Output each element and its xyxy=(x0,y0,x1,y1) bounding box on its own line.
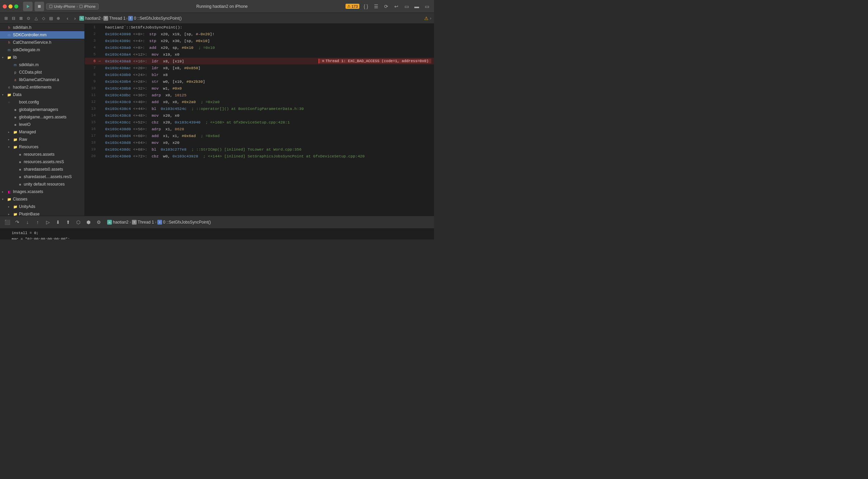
breadcrumb-chevron[interactable]: › xyxy=(430,16,431,21)
code-line-9: 9 0x103c438b4 <+28>: str w0, [x19, #0x2b… xyxy=(85,78,434,85)
triangle-lib xyxy=(2,56,5,59)
main-content: h sdkMain.h m SDKController.mm h CatChan… xyxy=(0,24,434,216)
file-icon-rassets: ■ xyxy=(18,152,22,157)
code-line-5: 5 0x103c438a4 <+12>: mov x19, x0 xyxy=(85,51,434,58)
camera-icon[interactable]: ⬢ xyxy=(84,218,93,227)
sidebar-item-Images[interactable]: ◧ Images.xcassets xyxy=(0,188,84,195)
code-line-17: 17 0x103c438d4 <+60>: add x1, x1, #0x6ad… xyxy=(85,132,434,139)
sidebar-item-Data[interactable]: 📁 Data xyxy=(0,91,84,98)
sidebar-item-CCData[interactable]: p CCData.plist xyxy=(0,69,84,76)
sidebar-item-sdkDelegate[interactable]: m sdkDelegate.m xyxy=(0,46,84,54)
code-line-7: 7 0x103c438ac <+20>: ldr x8, [x8, #0x850… xyxy=(85,64,434,71)
thread-icon: T xyxy=(103,16,108,21)
sidebar-item-globalgmassets[interactable]: ■ globalgame...agers.assets xyxy=(0,113,84,121)
run-button[interactable] xyxy=(23,2,33,11)
sidebar-item-globalgm[interactable]: ■ globalgamemanagers xyxy=(0,106,84,113)
sidebar-item-PluginBase[interactable]: 📁 PluginBase xyxy=(0,210,84,216)
sidebar-item-rassets[interactable]: ■ resources.assets xyxy=(0,151,84,158)
code-line-18: 18 0x103c438d8 <+64>: mov x0, x20 xyxy=(85,139,434,146)
sidebar-label: Classes xyxy=(13,197,27,202)
frame-up-icon[interactable]: ⬆ xyxy=(64,218,73,227)
debug-toolbar: ⬛ ↷ ↓ ↑ ▷ ⬇ ⬆ ⬡ ⬢ ⚙ h haotian2 › T Threa… xyxy=(0,216,434,229)
bc-sep-2: › xyxy=(126,16,127,21)
test-icon[interactable]: ◇ xyxy=(40,15,47,22)
close-button[interactable] xyxy=(3,4,7,8)
file-icon-sharedresS: ■ xyxy=(18,174,22,179)
step-out-icon[interactable]: ↑ xyxy=(33,218,42,227)
sidebar-item-Resources[interactable]: 📁 Resources xyxy=(0,143,84,151)
bc-thread[interactable]: T Thread 1 xyxy=(103,16,125,21)
share-icon[interactable]: ⬡ xyxy=(74,218,83,227)
search-icon[interactable]: ⊙ xyxy=(25,15,32,22)
sidebar-item-Classes[interactable]: 📁 Classes xyxy=(0,195,84,203)
scheme-label: Unity-iPhone xyxy=(54,4,75,8)
scheme-selector[interactable]: Unity-iPhone › iPhone xyxy=(46,3,99,9)
stop-button[interactable] xyxy=(35,2,44,11)
sidebar-label: sdkMain.h xyxy=(13,25,32,30)
debugger-hide-icon[interactable]: ⬛ xyxy=(3,218,12,227)
instruments-icon[interactable]: ⊕ xyxy=(55,15,62,22)
sidebar-item-entitlements[interactable]: e haotian2.entitlements xyxy=(0,83,84,91)
issues-icon[interactable]: △ xyxy=(33,15,39,22)
debug-icon[interactable]: ▤ xyxy=(47,15,54,22)
sidebar-item-sdkMainH[interactable]: h sdkMain.h xyxy=(0,24,84,31)
sidebar-item-libGameCat[interactable]: a libGameCatChannel.a xyxy=(0,76,84,83)
sidebar-item-CatChannel[interactable]: h CatChannelService.h xyxy=(0,39,84,46)
sidebar-item-lib[interactable]: 📁 lib xyxy=(0,54,84,61)
sidebar-item-UnityAds[interactable]: 📁 UnityAds xyxy=(0,203,84,210)
sidebar-label: Images.xcassets xyxy=(13,189,43,194)
sidebar-item-bootconfig[interactable]: ○ boot.config xyxy=(0,98,84,106)
nav-back[interactable]: ‹ xyxy=(64,15,71,21)
git-icon[interactable]: ⊟ xyxy=(10,15,17,22)
bc-project[interactable]: h haotian2 xyxy=(79,16,101,21)
folder-icon[interactable]: ⊞ xyxy=(3,15,9,22)
error-icon: ≡ xyxy=(322,59,324,63)
second-toolbar: ⊞ ⊟ ⊠ ⊙ △ ◇ ▤ ⊕ ‹ › h haotian2 › T Threa… xyxy=(0,13,434,24)
sidebar-item-levelO[interactable]: ■ levelO xyxy=(0,121,84,128)
sidebar-item-Raw[interactable]: 📁 Raw xyxy=(0,136,84,143)
sidebar-item-Managed[interactable]: 📁 Managed xyxy=(0,128,84,136)
panel-toggle-2[interactable]: ▬ xyxy=(412,2,421,11)
continue-icon[interactable]: ▷ xyxy=(43,218,52,227)
bc-sep-1: › xyxy=(101,16,103,21)
warning-icon: ⚠ xyxy=(347,4,351,8)
bc-function[interactable]: f 0 ::SetGfxJobsSyncPoint() xyxy=(128,16,182,21)
code-structure-icon[interactable]: { } xyxy=(361,2,370,11)
maximize-button[interactable] xyxy=(14,4,18,8)
code-line-16: 16 0x103c438d0 <+56>: adrp x1, 8628 xyxy=(85,126,434,132)
sidebar-item-rassetsresS[interactable]: ■ resources.assets.resS xyxy=(0,158,84,166)
settings-icon[interactable]: ⚙ xyxy=(94,218,103,227)
debug-breadcrumb: h haotian2 › T Thread 1 › f 0 ::SetGfxJo… xyxy=(107,220,211,225)
sidebar-label: haotian2.entitlements xyxy=(13,85,52,90)
code-line-1: 1 haotian2`::SetGfxJobsSyncPoint(): xyxy=(85,24,434,31)
debug-func-icon: f xyxy=(157,220,162,225)
panel-toggle-3[interactable]: ▭ xyxy=(422,2,431,11)
file-icon-entitle: e xyxy=(7,85,12,90)
sidebar-item-sdkMain[interactable]: m sdkMain.m xyxy=(0,61,84,69)
nav-forward[interactable]: › xyxy=(72,15,78,21)
step-into-icon[interactable]: ↓ xyxy=(23,218,32,227)
back-icon[interactable]: ↩ xyxy=(392,2,401,11)
sidebar-item-unitydefault[interactable]: ■ unity default resources xyxy=(0,180,84,188)
code-line-14: 14 0x103c438c8 <+48>: mov x20, x0 xyxy=(85,112,434,119)
list-icon[interactable]: ☰ xyxy=(372,2,380,11)
sidebar-item-sharedassets0[interactable]: ■ sharedassets0.assets xyxy=(0,166,84,173)
refresh-icon[interactable]: ⟳ xyxy=(382,2,391,11)
minimize-button[interactable] xyxy=(8,4,13,8)
sidebar-item-sharedassetresS[interactable]: ■ sharedasset....assets.resS xyxy=(0,173,84,180)
breakpoints-icon[interactable]: ⊠ xyxy=(18,15,24,22)
code-lines[interactable]: 1 haotian2`::SetGfxJobsSyncPoint(): 2 0x… xyxy=(85,24,434,216)
file-icon-config xyxy=(13,100,18,104)
traffic-lights xyxy=(3,4,18,8)
file-icon-data: ■ xyxy=(13,107,18,112)
warning-badge: ⚠ 173 xyxy=(346,4,359,9)
top-toolbar: Unity-iPhone › iPhone Running haotian2 o… xyxy=(0,0,434,13)
sidebar-item-SDKController[interactable]: m SDKController.mm xyxy=(0,31,84,39)
panel-toggle-1[interactable]: ▭ xyxy=(402,2,411,11)
code-line-8: 8 0x103c438b0 <+24>: blr x8 xyxy=(85,71,434,78)
no-triangle: ○ xyxy=(8,101,12,104)
sidebar-label: sharedassets0.assets xyxy=(24,167,63,172)
folder-icon-resources: 📁 xyxy=(13,145,18,149)
step-over-icon[interactable]: ↷ xyxy=(13,218,22,227)
frame-down-icon[interactable]: ⬇ xyxy=(54,218,62,227)
